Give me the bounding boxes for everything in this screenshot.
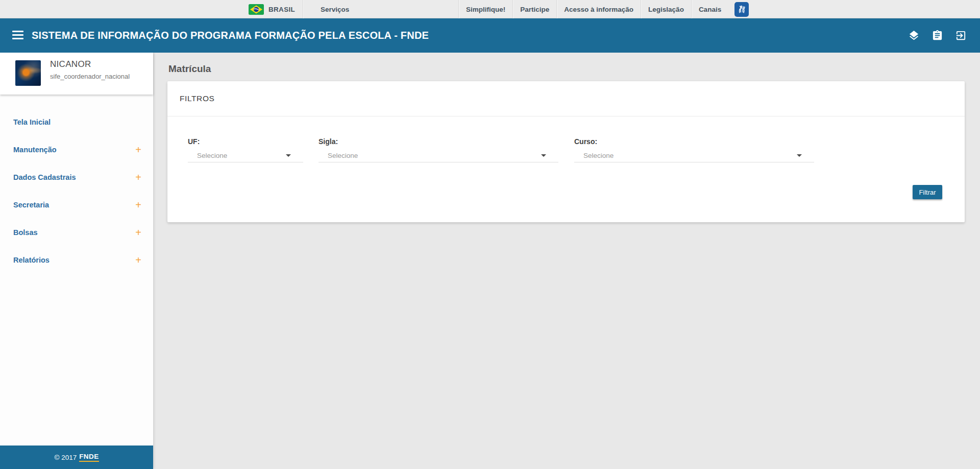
- user-card: NICANOR sife_coordenador_nacional: [0, 53, 153, 95]
- header-icon-group: [908, 18, 967, 53]
- expand-plus-icon[interactable]: +: [135, 227, 141, 238]
- vlibras-accessibility-icon[interactable]: [734, 2, 749, 17]
- chevron-down-icon: [286, 154, 291, 157]
- govbar-left-group: BRASIL Serviços: [249, 0, 356, 18]
- govbar-link-servicos[interactable]: Serviços: [313, 0, 356, 18]
- menu-icon[interactable]: [12, 31, 23, 40]
- field-uf: UF: Selecione: [188, 137, 303, 162]
- sidebar-item-tela-inicial[interactable]: Tela Inicial: [0, 108, 153, 136]
- sidebar-menu: Tela Inicial Manutenção + Dados Cadastra…: [0, 95, 153, 274]
- user-name: NICANOR: [50, 59, 91, 69]
- page-title: Matrícula: [168, 63, 211, 75]
- sidebar-item-relatorios[interactable]: Relatórios +: [0, 246, 153, 274]
- govbar-separator: [303, 0, 303, 18]
- sidebar-footer: © 2017 FNDE: [0, 445, 153, 469]
- curso-label: Curso:: [574, 137, 814, 146]
- sidebar-item-dados-cadastrais[interactable]: Dados Cadastrais +: [0, 163, 153, 191]
- uf-label: UF:: [188, 137, 303, 146]
- chevron-down-icon: [797, 154, 802, 157]
- main-content: Matrícula FILTROS UF: Selecione Sigla: S…: [153, 53, 980, 469]
- logout-icon[interactable]: [955, 30, 967, 41]
- expand-plus-icon[interactable]: +: [135, 255, 141, 265]
- govbar-link-canais[interactable]: Canais: [692, 0, 728, 18]
- sidebar-item-manutencao[interactable]: Manutenção +: [0, 136, 153, 163]
- brasil-link[interactable]: BRASIL: [268, 6, 295, 13]
- sidebar-item-bolsas[interactable]: Bolsas +: [0, 219, 153, 246]
- filtrar-button[interactable]: Filtrar: [913, 185, 942, 199]
- filters-card-header: FILTROS: [167, 81, 965, 116]
- copyright-text: © 2017: [54, 454, 77, 461]
- filters-title: FILTROS: [180, 94, 215, 103]
- layers-icon[interactable]: [908, 30, 920, 41]
- sidebar: NICANOR sife_coordenador_nacional Tela I…: [0, 53, 153, 469]
- user-role: sife_coordenador_nacional: [50, 73, 130, 80]
- govbar-link-simplifique[interactable]: Simplifique!: [459, 0, 512, 18]
- fnde-link[interactable]: FNDE: [79, 453, 99, 462]
- assignment-icon[interactable]: [932, 30, 943, 41]
- government-bar: BRASIL Serviços Simplifique! Participe A…: [0, 0, 980, 18]
- sidebar-item-secretaria[interactable]: Secretaria +: [0, 191, 153, 219]
- govbar-link-legislacao[interactable]: Legislação: [641, 0, 691, 18]
- uf-select[interactable]: Selecione: [188, 149, 303, 162]
- brazil-flag-icon: [249, 4, 264, 15]
- field-sigla: Sigla: Selecione: [318, 137, 558, 162]
- app-title: SISTEMA DE INFORMAÇÃO DO PROGRAMA FORMAÇ…: [32, 18, 429, 53]
- govbar-link-participe[interactable]: Participe: [513, 0, 556, 18]
- curso-select[interactable]: Selecione: [574, 149, 814, 162]
- chevron-down-icon: [541, 154, 546, 157]
- govbar-link-acesso-informacao[interactable]: Acesso à informação: [557, 0, 641, 18]
- govbar-right-group: Simplifique! Participe Acesso à informaç…: [458, 0, 749, 18]
- avatar: [15, 60, 41, 86]
- field-curso: Curso: Selecione: [574, 137, 814, 162]
- expand-plus-icon[interactable]: +: [135, 172, 141, 182]
- expand-plus-icon[interactable]: +: [135, 200, 141, 210]
- expand-plus-icon[interactable]: +: [135, 145, 141, 155]
- app-header: SISTEMA DE INFORMAÇÃO DO PROGRAMA FORMAÇ…: [0, 18, 980, 53]
- sigla-label: Sigla:: [318, 137, 558, 146]
- filters-card: FILTROS UF: Selecione Sigla: Selecione C…: [167, 81, 965, 222]
- sigla-select[interactable]: Selecione: [318, 149, 558, 162]
